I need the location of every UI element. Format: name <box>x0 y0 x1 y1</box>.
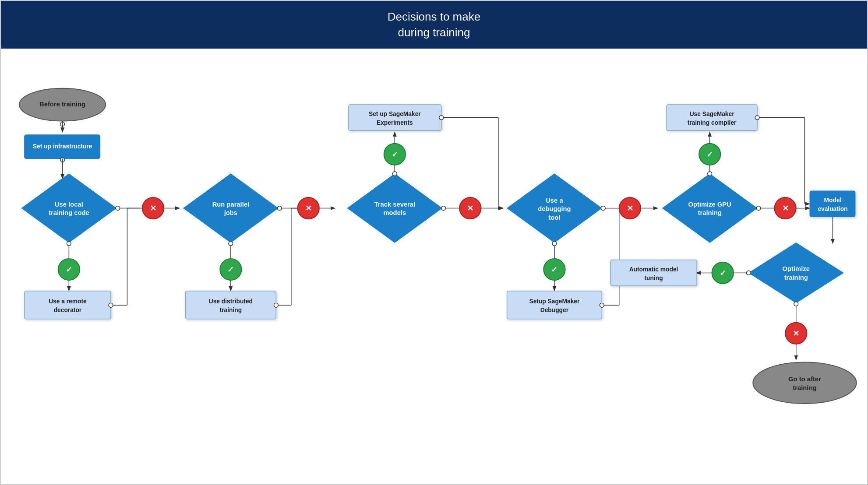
diagram-area: Before training Set up infrastructure Us… <box>1 49 867 484</box>
svg-text:training: training <box>220 307 242 313</box>
svg-point-79 <box>756 206 761 210</box>
svg-text:✓: ✓ <box>720 269 726 278</box>
svg-point-36 <box>392 172 397 176</box>
svg-point-5 <box>116 206 120 210</box>
svg-text:tool: tool <box>548 214 560 221</box>
remote-decorator-box <box>25 291 111 319</box>
svg-point-53 <box>552 241 557 246</box>
svg-text:training: training <box>784 274 808 281</box>
header-line1: Decisions to make <box>388 10 480 23</box>
svg-text:✓: ✓ <box>227 265 234 274</box>
distributed-training-box <box>185 291 276 319</box>
track-several-models-diamond <box>347 174 442 243</box>
svg-point-20 <box>277 206 282 210</box>
svg-text:Use a: Use a <box>546 197 563 204</box>
use-local-training-label2: training code <box>49 209 89 216</box>
svg-point-24 <box>229 241 233 246</box>
sagemaker-debugger-box <box>507 291 602 319</box>
before-training-label: Before training <box>39 101 85 108</box>
svg-text:Go to after: Go to after <box>788 375 821 382</box>
svg-text:models: models <box>383 209 406 216</box>
use-local-training-label: Use local <box>55 200 83 207</box>
svg-text:Use SageMaker: Use SageMaker <box>690 111 735 117</box>
svg-point-88 <box>746 271 751 275</box>
optimize-training-diamond <box>748 242 843 303</box>
header: Decisions to make during training <box>1 1 867 49</box>
svg-text:✓: ✓ <box>66 265 72 274</box>
remote-decorator-label: Use a remote <box>49 298 87 305</box>
auto-model-tuning-box <box>610 260 697 286</box>
svg-text:Optimize: Optimize <box>783 265 810 272</box>
svg-text:Debugger: Debugger <box>540 307 569 313</box>
svg-text:evaluation: evaluation <box>818 206 847 212</box>
svg-point-94 <box>794 302 798 306</box>
svg-point-14 <box>109 303 113 307</box>
svg-text:✕: ✕ <box>150 204 156 213</box>
svg-text:jobs: jobs <box>224 209 237 216</box>
run-parallel-jobs-diamond <box>183 174 279 243</box>
svg-point-9 <box>67 241 71 246</box>
svg-text:training: training <box>793 384 816 391</box>
sagemaker-compiler-box <box>667 105 757 130</box>
use-local-training-diamond <box>21 174 116 243</box>
svg-text:✕: ✕ <box>793 329 799 338</box>
svg-point-63 <box>601 206 605 210</box>
svg-text:Set up SageMaker: Set up SageMaker <box>369 111 421 117</box>
svg-text:✕: ✕ <box>782 204 789 213</box>
page-wrapper: Decisions to make during training Before… <box>0 0 868 485</box>
svg-text:✕: ✕ <box>627 204 633 213</box>
svg-point-46 <box>441 206 446 210</box>
svg-text:Automatic model: Automatic model <box>629 266 678 273</box>
svg-text:✕: ✕ <box>305 204 312 213</box>
svg-point-75 <box>755 116 759 120</box>
svg-point-69 <box>708 172 712 176</box>
svg-text:✓: ✓ <box>706 150 713 159</box>
svg-text:Setup SageMaker: Setup SageMaker <box>529 298 580 305</box>
svg-text:Use distributed: Use distributed <box>209 298 253 305</box>
setup-infra-label: Set up infrastructure <box>33 143 92 150</box>
svg-text:tuning: tuning <box>645 275 663 281</box>
svg-point-42 <box>439 116 444 120</box>
svg-text:debugging: debugging <box>538 205 571 212</box>
svg-point-30 <box>274 303 278 307</box>
svg-text:decorator: decorator <box>54 307 82 313</box>
svg-text:Model: Model <box>824 197 842 204</box>
svg-text:✓: ✓ <box>392 150 398 159</box>
sagemaker-experiments-box <box>349 105 441 130</box>
svg-text:training compiler: training compiler <box>688 119 737 126</box>
svg-text:Optimize GPU: Optimize GPU <box>688 200 731 207</box>
svg-text:Track several: Track several <box>374 200 416 207</box>
optimize-gpu-diamond <box>662 174 757 243</box>
svg-text:Experiments: Experiments <box>377 119 413 126</box>
svg-text:✓: ✓ <box>551 265 557 274</box>
model-evaluation-box <box>810 191 855 217</box>
header-line2: during training <box>398 26 470 39</box>
go-after-training-oval <box>753 362 856 404</box>
svg-text:Run parallel: Run parallel <box>212 200 250 207</box>
svg-point-59 <box>600 303 604 307</box>
svg-text:✕: ✕ <box>467 204 473 213</box>
svg-text:training: training <box>698 209 722 216</box>
